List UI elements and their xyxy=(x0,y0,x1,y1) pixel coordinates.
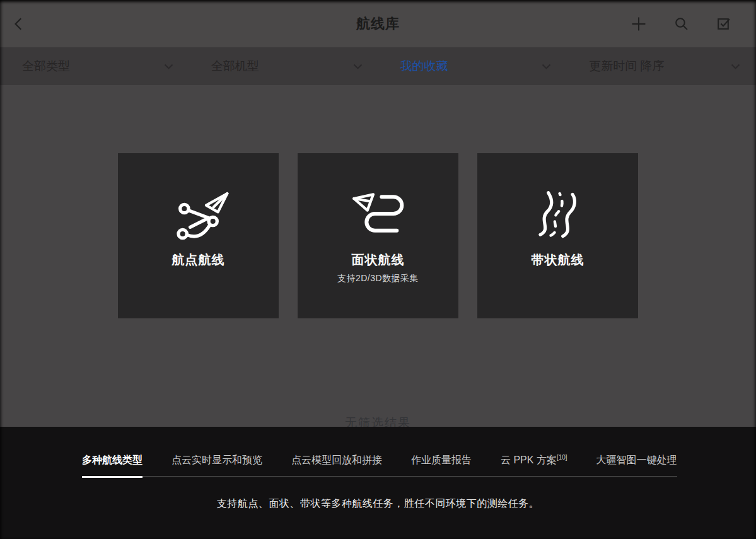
card-title: 航点航线 xyxy=(172,252,225,269)
feature-intro-sheet: 多种航线类型 点云实时显示和预览 点云模型回放和拼接 作业质量报告 云 PPK … xyxy=(0,427,756,539)
tab-cloud-ppk[interactable]: 云 PPK 方案[10] xyxy=(501,454,567,476)
card-title: 带状航线 xyxy=(532,252,584,269)
header-actions xyxy=(630,0,732,47)
search-icon xyxy=(673,16,689,32)
tab-route-types[interactable]: 多种航线类型 xyxy=(82,454,142,476)
tab-label: 点云模型回放和拼接 xyxy=(291,455,382,465)
tab-label: 点云实时显示和预览 xyxy=(172,455,262,465)
card-area-route[interactable]: 面状航线 支持2D/3D数据采集 xyxy=(298,153,458,318)
filter-sort-label: 更新时间 降序 xyxy=(589,58,731,74)
filter-type-label: 全部类型 xyxy=(22,58,164,74)
filter-type-dropdown[interactable]: 全部类型 xyxy=(0,47,189,85)
checkbox-check-icon xyxy=(716,16,731,32)
tab-label: 作业质量报告 xyxy=(411,455,472,465)
waypoint-route-icon xyxy=(168,180,229,248)
tab-dji-terra[interactable]: 大疆智图一键处理 xyxy=(596,454,677,476)
chevron-down-icon xyxy=(542,64,551,69)
filter-bar: 全部类型 全部机型 我的收藏 更新时间 降序 xyxy=(0,47,756,85)
feature-description: 支持航点、面状、带状等多种航线任务，胜任不同环境下的测绘任务。 xyxy=(0,497,756,511)
plus-icon xyxy=(630,15,648,33)
tab-label: 云 PPK 方案 xyxy=(501,455,557,465)
chevron-down-icon xyxy=(353,64,363,69)
card-waypoint-route[interactable]: 航点航线 xyxy=(118,153,279,318)
card-subtitle: 支持2D/3D数据采集 xyxy=(337,273,419,284)
filter-sort-dropdown[interactable]: 更新时间 降序 xyxy=(567,47,756,85)
feature-tabs: 多种航线类型 点云实时显示和预览 点云模型回放和拼接 作业质量报告 云 PPK … xyxy=(82,454,677,477)
route-library-screen: 航线库 xyxy=(0,0,756,539)
card-corridor-route[interactable]: 带状航线 xyxy=(477,153,638,318)
search-button[interactable] xyxy=(672,15,690,33)
multi-select-button[interactable] xyxy=(714,15,732,33)
tab-quality-report[interactable]: 作业质量报告 xyxy=(411,454,472,476)
chevron-down-icon xyxy=(164,64,173,69)
area-route-icon xyxy=(348,180,409,248)
filter-model-label: 全部机型 xyxy=(211,58,353,74)
header: 航线库 xyxy=(0,0,756,47)
card-title: 面状航线 xyxy=(352,252,405,269)
filter-favorites-dropdown[interactable]: 我的收藏 xyxy=(378,47,567,85)
filter-favorites-label: 我的收藏 xyxy=(400,58,542,74)
tab-label: 多种航线类型 xyxy=(82,455,142,465)
add-route-button[interactable] xyxy=(630,15,648,33)
chevron-down-icon xyxy=(731,64,740,69)
tab-superscript: [10] xyxy=(557,454,567,461)
tab-label: 大疆智图一键处理 xyxy=(596,455,677,465)
tab-pointcloud-preview[interactable]: 点云实时显示和预览 xyxy=(172,454,262,476)
tab-pointcloud-playback[interactable]: 点云模型回放和拼接 xyxy=(291,454,382,476)
filter-model-dropdown[interactable]: 全部机型 xyxy=(189,47,378,85)
corridor-route-icon xyxy=(529,180,587,248)
